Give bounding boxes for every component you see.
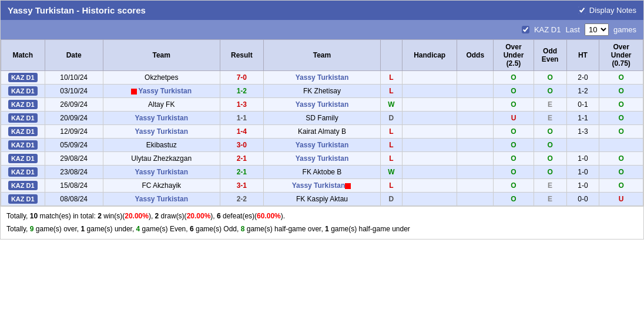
ou25-value: O — [511, 73, 516, 82]
cell-ou075: O — [599, 112, 643, 125]
table-row: KAZ D123/08/24Yassy Turkistan2-1FK Aktob… — [1, 166, 643, 179]
cell-team1: Yassy Turkistan — [103, 112, 220, 125]
cell-ou075: O — [599, 98, 643, 112]
cell-oe: E — [534, 179, 566, 193]
oe-value: O — [547, 73, 552, 82]
cell-handicap — [402, 139, 457, 152]
cell-result: 2-2 — [220, 193, 264, 206]
cell-handicap — [402, 166, 457, 179]
cell-ou25: O — [494, 85, 534, 98]
wl-indicator: L — [389, 73, 393, 82]
cell-odds — [457, 112, 494, 125]
league-badge: KAZ D1 — [8, 100, 38, 109]
display-notes-control: Display Notes — [578, 6, 636, 15]
ou25-value: O — [511, 168, 516, 176]
wl-indicator: L — [389, 181, 393, 190]
footer-total-matches: 10 — [30, 212, 38, 220]
footer-stats: Totally, 10 match(es) in total: 2 win(s)… — [1, 206, 643, 239]
cell-ou075: O — [599, 166, 643, 179]
ou075-value: O — [619, 127, 624, 136]
footer-wins-num: 2 — [98, 212, 102, 220]
cell-date: 12/09/24 — [45, 125, 103, 139]
cell-result: 1-3 — [220, 98, 264, 112]
cell-ou25: O — [494, 166, 534, 179]
footer-draw-end: ), — [210, 212, 217, 220]
team1-name: Ulytau Zhezkazgan — [131, 154, 192, 163]
league-badge: KAZ D1 — [8, 73, 38, 82]
wl-indicator: W — [388, 100, 394, 109]
cell-handicap — [402, 112, 457, 125]
ou25-value: U — [511, 114, 516, 122]
ou075-value: O — [619, 168, 624, 176]
cell-handicap — [402, 179, 457, 193]
league-badge: KAZ D1 — [8, 140, 38, 150]
league-badge: KAZ D1 — [8, 154, 38, 163]
team1-name: Altay FK — [148, 100, 175, 109]
wl-indicator: L — [389, 154, 393, 163]
col-team2: Team — [264, 40, 381, 71]
display-notes-checkbox[interactable] — [578, 6, 586, 14]
table-row: KAZ D112/09/24Yassy Turkistan1-4Kairat A… — [1, 125, 643, 139]
ou075-value: O — [619, 181, 624, 190]
cell-handicap — [402, 85, 457, 98]
footer-odd-label: game(s) Odd, — [194, 225, 241, 233]
cell-oe: E — [534, 98, 566, 112]
cell-odds — [457, 71, 494, 85]
kaz-d1-checkbox[interactable] — [522, 26, 529, 33]
oe-value: E — [548, 181, 552, 190]
wl-indicator: L — [389, 127, 393, 136]
cell-wl: D — [380, 112, 402, 125]
cell-team1: Ekibastuz — [103, 139, 220, 152]
result-score: 2-1 — [237, 154, 247, 163]
cell-handicap — [402, 125, 457, 139]
footer-even-label: game(s) Even, — [140, 225, 190, 233]
result-score: 1-4 — [237, 127, 247, 136]
league-badge: KAZ D1 — [8, 194, 38, 204]
wl-indicator: L — [389, 87, 393, 95]
footer-under-label: game(s) under, — [85, 225, 136, 233]
cell-team1: Yassy Turkistan — [103, 166, 220, 179]
footer-totally2-label: Totally, — [6, 225, 30, 233]
table-body: KAZ D110/10/24Okzhetpes7-0Yassy Turkista… — [1, 71, 643, 206]
team2-name: FK Kaspiy Aktau — [296, 195, 348, 203]
cell-date: 05/09/24 — [45, 139, 103, 152]
cell-league: KAZ D1 — [1, 71, 45, 85]
cell-result: 3-1 — [220, 179, 264, 193]
footer-wins-pct: 20.00% — [125, 212, 149, 220]
cell-ht: 1-0 — [566, 152, 599, 166]
cell-ht: 1-1 — [566, 112, 599, 125]
table-header-row: Match Date Team Result Team Handicap Odd… — [1, 40, 643, 71]
cell-ou25: O — [494, 125, 534, 139]
team2-name: Yassy Turkistan — [296, 73, 349, 82]
kaz-d1-label: KAZ D1 — [534, 25, 561, 34]
col-ou075: Over Under (0.75) — [599, 40, 643, 71]
cell-oe: O — [534, 152, 566, 166]
cell-odds — [457, 125, 494, 139]
wl-indicator: L — [389, 141, 393, 149]
cell-wl: L — [380, 179, 402, 193]
league-badge: KAZ D1 — [8, 181, 38, 190]
games-select[interactable]: 10 5 15 20 25 30 — [585, 23, 609, 36]
cell-wl: D — [380, 193, 402, 206]
cell-team2: FK Zhetisay — [264, 85, 381, 98]
cell-result: 1-4 — [220, 125, 264, 139]
league-badge: KAZ D1 — [8, 86, 38, 96]
cell-oe: E — [534, 112, 566, 125]
ou25-value: O — [511, 154, 516, 163]
ou075-value: O — [619, 73, 624, 82]
footer-win-end: ), — [149, 212, 155, 220]
cell-wl: W — [380, 98, 402, 112]
cell-ou075: U — [599, 193, 643, 206]
result-score: 1-1 — [237, 114, 247, 122]
wl-indicator: D — [389, 114, 394, 122]
cell-ou25: O — [494, 139, 534, 152]
col-handicap: Handicap — [402, 40, 457, 71]
cell-result: 1-2 — [220, 85, 264, 98]
cell-oe: O — [534, 85, 566, 98]
cell-ou075: O — [599, 71, 643, 85]
table-row: KAZ D120/09/24Yassy Turkistan1-1SD Famil… — [1, 112, 643, 125]
col-odds: Odds — [457, 40, 494, 71]
red-card-icon — [345, 183, 351, 189]
table-row: KAZ D105/09/24Ekibastuz3-0Yassy Turkista… — [1, 139, 643, 152]
oe-value: O — [547, 141, 552, 149]
